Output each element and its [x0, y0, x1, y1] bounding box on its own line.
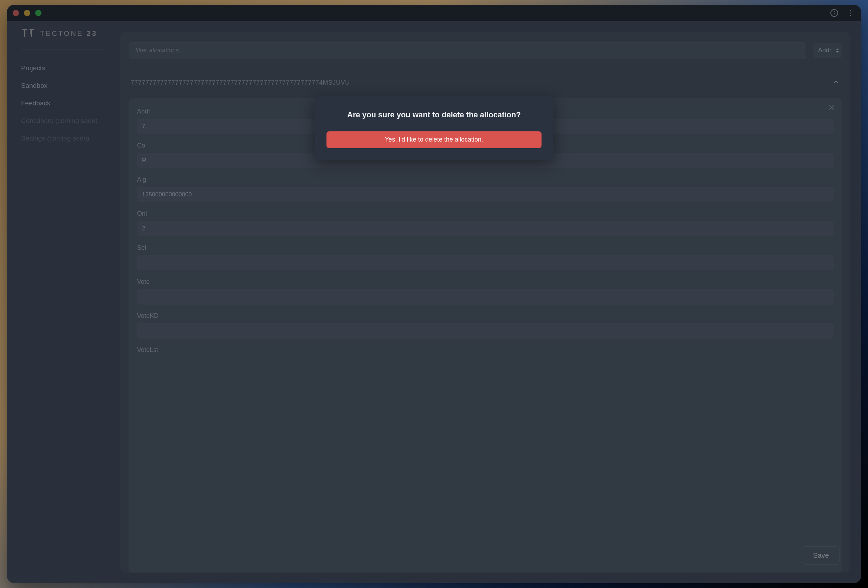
modal-overlay[interactable]: Are you sure you want to delete the allo… [7, 5, 861, 584]
app-window: TECTONE 23 Projects Sandbox Feedback Con… [7, 5, 861, 584]
confirm-delete-button[interactable]: Yes, I'd like to delete the allocation. [326, 131, 542, 148]
modal-title: Are you sure you want to delete the allo… [347, 110, 521, 119]
delete-confirm-modal: Are you sure you want to delete the allo… [314, 96, 554, 160]
